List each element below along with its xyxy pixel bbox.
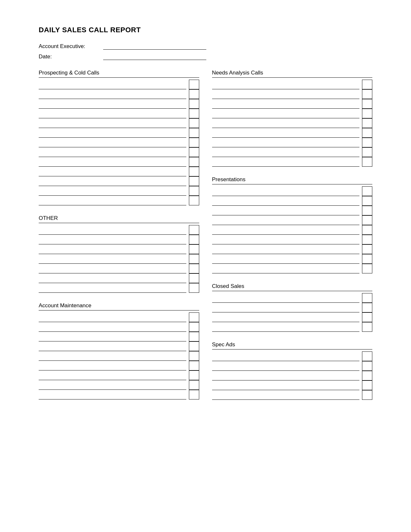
row-line[interactable] bbox=[212, 80, 360, 89]
row-line[interactable] bbox=[212, 264, 360, 273]
row-box[interactable] bbox=[362, 351, 372, 361]
row-line[interactable] bbox=[39, 128, 186, 138]
row-box[interactable] bbox=[189, 176, 199, 186]
row-box[interactable] bbox=[189, 80, 199, 89]
row-line[interactable] bbox=[212, 312, 360, 322]
row-box[interactable] bbox=[362, 264, 372, 273]
row-line[interactable] bbox=[212, 89, 360, 99]
row-line[interactable] bbox=[39, 176, 186, 186]
row-line[interactable] bbox=[39, 80, 186, 89]
row-line[interactable] bbox=[39, 341, 186, 351]
row-line[interactable] bbox=[212, 371, 360, 380]
row-box[interactable] bbox=[362, 109, 372, 118]
row-box[interactable] bbox=[189, 109, 199, 118]
row-box[interactable] bbox=[362, 99, 372, 109]
row-box[interactable] bbox=[189, 312, 199, 322]
row-box[interactable] bbox=[189, 273, 199, 283]
row-box[interactable] bbox=[362, 118, 372, 128]
row-line[interactable] bbox=[39, 283, 186, 293]
row-box[interactable] bbox=[189, 370, 199, 380]
row-line[interactable] bbox=[39, 254, 186, 264]
row-box[interactable] bbox=[189, 380, 199, 390]
row-box[interactable] bbox=[189, 138, 199, 147]
row-box[interactable] bbox=[362, 157, 372, 167]
row-line[interactable] bbox=[39, 380, 186, 390]
row-box[interactable] bbox=[362, 215, 372, 225]
date-input-line[interactable] bbox=[103, 54, 206, 60]
row-line[interactable] bbox=[212, 390, 360, 400]
row-line[interactable] bbox=[39, 390, 186, 399]
row-line[interactable] bbox=[39, 167, 186, 176]
row-box[interactable] bbox=[362, 80, 372, 89]
row-box[interactable] bbox=[189, 351, 199, 361]
row-line[interactable] bbox=[212, 303, 360, 312]
row-line[interactable] bbox=[39, 89, 186, 99]
row-box[interactable] bbox=[362, 254, 372, 264]
row-line[interactable] bbox=[212, 235, 360, 244]
row-box[interactable] bbox=[362, 128, 372, 138]
row-line[interactable] bbox=[39, 361, 186, 370]
row-line[interactable] bbox=[212, 147, 360, 157]
row-box[interactable] bbox=[189, 118, 199, 128]
row-box[interactable] bbox=[189, 99, 199, 109]
row-line[interactable] bbox=[39, 264, 186, 273]
row-line[interactable] bbox=[212, 109, 360, 118]
row-box[interactable] bbox=[362, 380, 372, 390]
row-box[interactable] bbox=[189, 264, 199, 273]
row-line[interactable] bbox=[212, 196, 360, 206]
row-line[interactable] bbox=[39, 312, 186, 322]
row-box[interactable] bbox=[362, 147, 372, 157]
row-box[interactable] bbox=[189, 157, 199, 167]
row-box[interactable] bbox=[362, 293, 372, 303]
row-line[interactable] bbox=[39, 225, 186, 235]
row-box[interactable] bbox=[362, 235, 372, 244]
row-box[interactable] bbox=[362, 312, 372, 322]
row-line[interactable] bbox=[39, 109, 186, 118]
row-line[interactable] bbox=[212, 293, 360, 303]
row-box[interactable] bbox=[189, 390, 199, 399]
row-box[interactable] bbox=[362, 322, 372, 332]
row-box[interactable] bbox=[189, 167, 199, 176]
row-line[interactable] bbox=[39, 244, 186, 254]
row-box[interactable] bbox=[189, 147, 199, 157]
row-line[interactable] bbox=[39, 235, 186, 244]
row-line[interactable] bbox=[212, 244, 360, 254]
row-box[interactable] bbox=[362, 371, 372, 380]
row-line[interactable] bbox=[212, 380, 360, 390]
row-box[interactable] bbox=[189, 341, 199, 351]
row-line[interactable] bbox=[39, 196, 186, 205]
row-line[interactable] bbox=[212, 128, 360, 138]
row-line[interactable] bbox=[212, 118, 360, 128]
row-box[interactable] bbox=[189, 128, 199, 138]
row-box[interactable] bbox=[362, 186, 372, 196]
row-line[interactable] bbox=[39, 322, 186, 332]
row-box[interactable] bbox=[189, 283, 199, 293]
row-line[interactable] bbox=[212, 157, 360, 167]
row-line[interactable] bbox=[212, 322, 360, 332]
row-box[interactable] bbox=[189, 225, 199, 235]
row-box[interactable] bbox=[362, 89, 372, 99]
row-box[interactable] bbox=[362, 244, 372, 254]
row-line[interactable] bbox=[212, 138, 360, 147]
row-box[interactable] bbox=[189, 322, 199, 332]
row-line[interactable] bbox=[39, 186, 186, 196]
row-line[interactable] bbox=[212, 99, 360, 109]
row-line[interactable] bbox=[212, 206, 360, 215]
row-box[interactable] bbox=[189, 332, 199, 341]
row-box[interactable] bbox=[362, 196, 372, 206]
row-line[interactable] bbox=[39, 370, 186, 380]
row-box[interactable] bbox=[362, 361, 372, 371]
account-executive-input-line[interactable] bbox=[103, 44, 206, 50]
row-box[interactable] bbox=[189, 235, 199, 244]
row-line[interactable] bbox=[39, 147, 186, 157]
row-line[interactable] bbox=[39, 351, 186, 361]
row-box[interactable] bbox=[189, 196, 199, 205]
row-box[interactable] bbox=[189, 254, 199, 264]
row-line[interactable] bbox=[212, 351, 360, 361]
row-line[interactable] bbox=[39, 273, 186, 283]
row-line[interactable] bbox=[212, 254, 360, 264]
row-box[interactable] bbox=[189, 244, 199, 254]
row-box[interactable] bbox=[362, 303, 372, 312]
row-line[interactable] bbox=[212, 225, 360, 235]
row-line[interactable] bbox=[212, 361, 360, 371]
